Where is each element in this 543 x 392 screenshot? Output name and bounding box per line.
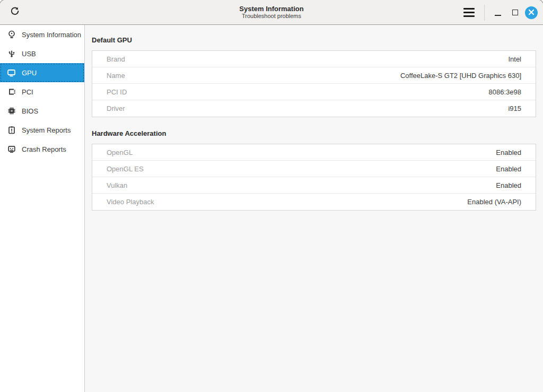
- pci-card-icon: [7, 88, 16, 97]
- close-icon: [528, 8, 535, 18]
- table-row-vulkan: Vulkan Enabled: [92, 177, 536, 194]
- maximize-icon: [512, 10, 518, 15]
- sidebar-item-label: GPU: [22, 69, 37, 77]
- row-value: Intel: [508, 55, 521, 63]
- row-value: 8086:3e98: [489, 88, 521, 96]
- section-title-default-gpu: Default GPU: [92, 36, 536, 44]
- table-row-opengl-es: OpenGL ES Enabled: [92, 161, 536, 177]
- hamburger-menu-button[interactable]: [460, 4, 478, 21]
- chip-icon: [7, 107, 16, 116]
- maximize-button[interactable]: [508, 6, 522, 20]
- sidebar-item-pci[interactable]: PCI: [0, 82, 84, 101]
- sidebar-item-system-reports[interactable]: System Reports: [0, 120, 84, 140]
- usb-icon: [7, 49, 16, 58]
- crash-face-icon: [7, 145, 16, 154]
- row-label: Video Playback: [107, 198, 154, 206]
- sidebar: System Information USB: [0, 25, 85, 392]
- table-row-pci-id: PCI ID 8086:3e98: [92, 84, 536, 100]
- row-value: CoffeeLake-S GT2 [UHD Graphics 630]: [400, 72, 521, 80]
- minimize-button[interactable]: [491, 6, 505, 20]
- row-label: Name: [107, 72, 125, 80]
- hardware-acceleration-table: OpenGL Enabled OpenGL ES Enabled Vulkan …: [92, 144, 536, 211]
- hamburger-menu-icon: [463, 8, 475, 10]
- sidebar-item-gpu[interactable]: GPU: [0, 63, 84, 82]
- minimize-icon: [495, 15, 501, 16]
- sidebar-item-bios[interactable]: BIOS: [0, 101, 84, 120]
- table-row-driver: Driver i915: [92, 100, 536, 117]
- row-value: Enabled: [496, 165, 521, 173]
- row-label: OpenGL ES: [107, 165, 144, 173]
- table-row-video-playback: Video Playback Enabled (VA-API): [92, 194, 536, 210]
- monitor-icon: [7, 68, 16, 77]
- table-row-brand: Brand Intel: [92, 51, 536, 67]
- row-label: Brand: [107, 55, 125, 63]
- window-controls: [460, 0, 538, 25]
- close-button[interactable]: [525, 6, 538, 19]
- default-gpu-table: Brand Intel Name CoffeeLake-S GT2 [UHD G…: [92, 50, 536, 117]
- sidebar-item-crash-reports[interactable]: Crash Reports: [0, 140, 84, 159]
- section-title-hardware-acceleration: Hardware Acceleration: [92, 129, 536, 137]
- row-value: i915: [508, 104, 521, 112]
- sidebar-item-label: System Reports: [22, 126, 71, 134]
- sidebar-item-label: USB: [22, 50, 36, 58]
- app-window: System Information Troubleshoot problems: [0, 0, 543, 392]
- sidebar-item-label: System Information: [22, 31, 81, 39]
- titlebar: System Information Troubleshoot problems: [0, 0, 543, 25]
- main-content: Default GPU Brand Intel Name CoffeeLake-…: [85, 25, 543, 392]
- controls-divider: [484, 5, 485, 21]
- window-subtitle: Troubleshoot problems: [242, 13, 301, 20]
- sidebar-item-label: BIOS: [22, 107, 38, 115]
- row-label: Vulkan: [107, 181, 127, 189]
- row-label: OpenGL: [107, 149, 133, 156]
- lightbulb-icon: [7, 30, 16, 39]
- clipboard-alert-icon: [7, 126, 16, 135]
- row-value: Enabled: [496, 149, 521, 156]
- table-row-opengl: OpenGL Enabled: [92, 144, 536, 161]
- row-label: Driver: [107, 104, 125, 112]
- refresh-button[interactable]: [7, 4, 23, 20]
- app-body: System Information USB: [0, 25, 543, 392]
- sidebar-item-system-information[interactable]: System Information: [0, 25, 84, 44]
- sidebar-item-label: Crash Reports: [22, 145, 66, 153]
- sidebar-item-usb[interactable]: USB: [0, 44, 84, 63]
- window-title: System Information: [239, 5, 303, 13]
- refresh-icon: [10, 6, 20, 19]
- table-row-name: Name CoffeeLake-S GT2 [UHD Graphics 630]: [92, 67, 536, 84]
- row-label: PCI ID: [107, 88, 127, 96]
- row-value: Enabled (VA-API): [467, 198, 521, 206]
- sidebar-item-label: PCI: [22, 88, 33, 96]
- row-value: Enabled: [496, 181, 521, 189]
